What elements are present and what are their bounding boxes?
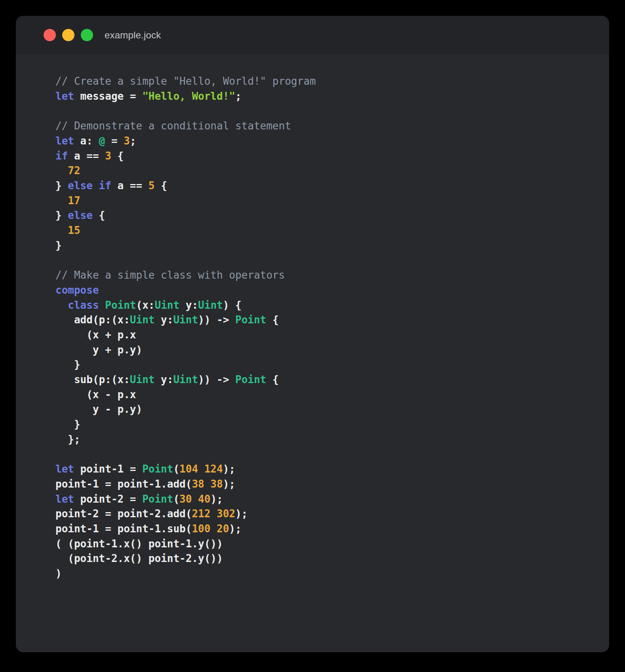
code-token: y: bbox=[179, 299, 198, 311]
code-token bbox=[99, 299, 105, 311]
code-line: // Create a simple "Hello, World!" progr… bbox=[55, 74, 593, 89]
code-line: y - p.y) bbox=[55, 402, 593, 417]
code-line: } bbox=[55, 238, 593, 253]
code-token: point-2 = point-2.add( bbox=[55, 508, 192, 520]
code-line: point-1 = point-1.sub(100 20); bbox=[55, 522, 593, 537]
code-token: 20 bbox=[217, 523, 229, 535]
code-token: point-1 = point-1.sub( bbox=[55, 523, 192, 535]
code-line: 17 bbox=[55, 194, 593, 209]
code-token bbox=[55, 224, 68, 236]
code-line: // Make a simple class with operators bbox=[55, 268, 593, 283]
code-line: point-1 = point-1.add(38 38); bbox=[55, 477, 593, 492]
code-token: 212 bbox=[192, 508, 210, 520]
code-comment: // Make a simple class with operators bbox=[55, 269, 285, 281]
code-line bbox=[55, 447, 593, 462]
code-token: a == bbox=[68, 150, 105, 162]
code-line: point-2 = point-2.add(212 302); bbox=[55, 507, 593, 522]
code-editor[interactable]: // Create a simple "Hello, World!" progr… bbox=[16, 54, 609, 581]
code-token: 38 bbox=[192, 478, 204, 490]
code-token: 5 bbox=[149, 180, 155, 192]
code-token: Uint bbox=[173, 374, 198, 385]
code-token: point-1 = bbox=[74, 463, 142, 475]
code-token: Point bbox=[105, 299, 136, 311]
code-line: class Point(x:Uint y:Uint) { bbox=[55, 298, 593, 313]
code-line: let a: @ = 3; bbox=[55, 134, 593, 149]
code-token: Point bbox=[235, 374, 266, 385]
code-token: ( bbox=[173, 493, 179, 505]
code-token: 100 bbox=[192, 523, 210, 535]
code-line: let message = "Hello, World!"; bbox=[55, 89, 593, 104]
code-token: let bbox=[55, 135, 74, 147]
window-title: example.jock bbox=[105, 30, 161, 41]
code-token: Uint bbox=[173, 314, 198, 326]
code-token: 38 bbox=[210, 478, 223, 490]
code-token: ( bbox=[173, 463, 179, 475]
code-token bbox=[55, 195, 68, 207]
code-token: y - p.y) bbox=[55, 403, 142, 415]
code-token: let bbox=[55, 463, 74, 475]
code-line: sub(p:(x:Uint y:Uint)) -> Point { bbox=[55, 372, 593, 387]
code-token: ; bbox=[130, 135, 136, 147]
code-token: Uint bbox=[198, 299, 223, 311]
code-comment: // Create a simple "Hello, World!" progr… bbox=[55, 75, 316, 87]
code-token: let bbox=[55, 493, 74, 505]
code-token: (point-2.x() point-2.y()) bbox=[55, 552, 223, 564]
code-token: } bbox=[55, 418, 80, 430]
code-token: }; bbox=[55, 433, 80, 445]
minimize-button[interactable] bbox=[62, 29, 74, 41]
code-token: sub(p:(x: bbox=[55, 374, 130, 385]
code-line: }; bbox=[55, 432, 593, 447]
code-line: ) bbox=[55, 566, 593, 581]
code-line: (x - p.x bbox=[55, 387, 593, 402]
close-button[interactable] bbox=[44, 29, 56, 41]
code-token: add(p:(x: bbox=[55, 314, 130, 326]
code-token: Uint bbox=[130, 374, 155, 385]
code-line: 15 bbox=[55, 223, 593, 238]
code-token: ); bbox=[223, 463, 235, 475]
code-token: )) -> bbox=[198, 314, 235, 326]
zoom-button[interactable] bbox=[81, 29, 93, 41]
code-token: 30 bbox=[179, 493, 192, 505]
code-token: ); bbox=[235, 508, 248, 520]
window-titlebar[interactable]: example.jock bbox=[16, 16, 609, 54]
code-token: (x + p.x bbox=[55, 329, 136, 341]
code-line: } else if a == 5 { bbox=[55, 178, 593, 194]
code-token: a: bbox=[74, 135, 99, 147]
code-line: ( (point-1.x() point-1.y()) bbox=[55, 537, 593, 552]
code-token bbox=[192, 493, 198, 505]
editor-window: example.jock // Create a simple "Hello, … bbox=[16, 16, 609, 652]
code-line: } else { bbox=[55, 208, 593, 223]
code-line: } bbox=[55, 357, 593, 372]
code-token: Point bbox=[235, 314, 266, 326]
code-token: if bbox=[99, 180, 111, 192]
code-token: if bbox=[55, 150, 68, 162]
code-line: if a == 3 { bbox=[55, 149, 593, 164]
code-line bbox=[55, 253, 593, 268]
code-token: 302 bbox=[217, 508, 235, 520]
code-token: message = bbox=[74, 90, 142, 102]
code-line: let point-1 = Point(104 124); bbox=[55, 462, 593, 477]
code-token: { bbox=[111, 150, 124, 162]
code-token: { bbox=[93, 209, 105, 221]
code-token: = bbox=[105, 135, 124, 147]
code-token: } bbox=[55, 239, 62, 251]
code-token: ); bbox=[229, 523, 241, 535]
code-token: Point bbox=[142, 463, 173, 475]
code-token: } bbox=[55, 180, 68, 192]
code-token: y + p.y) bbox=[55, 344, 142, 356]
code-token: } bbox=[55, 209, 68, 221]
code-token: 72 bbox=[68, 165, 80, 177]
code-token: { bbox=[266, 374, 278, 385]
code-token: Point bbox=[142, 493, 173, 505]
code-token bbox=[55, 165, 68, 177]
code-line: compose bbox=[55, 283, 593, 298]
code-line: y + p.y) bbox=[55, 343, 593, 358]
code-token: 3 bbox=[105, 150, 111, 162]
code-token: "Hello, World!" bbox=[142, 90, 235, 102]
code-token: (x - p.x bbox=[55, 389, 136, 401]
code-line: (x + p.x bbox=[55, 328, 593, 343]
code-line bbox=[55, 104, 593, 119]
code-token: ); bbox=[210, 493, 223, 505]
code-line: add(p:(x:Uint y:Uint)) -> Point { bbox=[55, 313, 593, 328]
code-token: )) -> bbox=[198, 374, 235, 385]
